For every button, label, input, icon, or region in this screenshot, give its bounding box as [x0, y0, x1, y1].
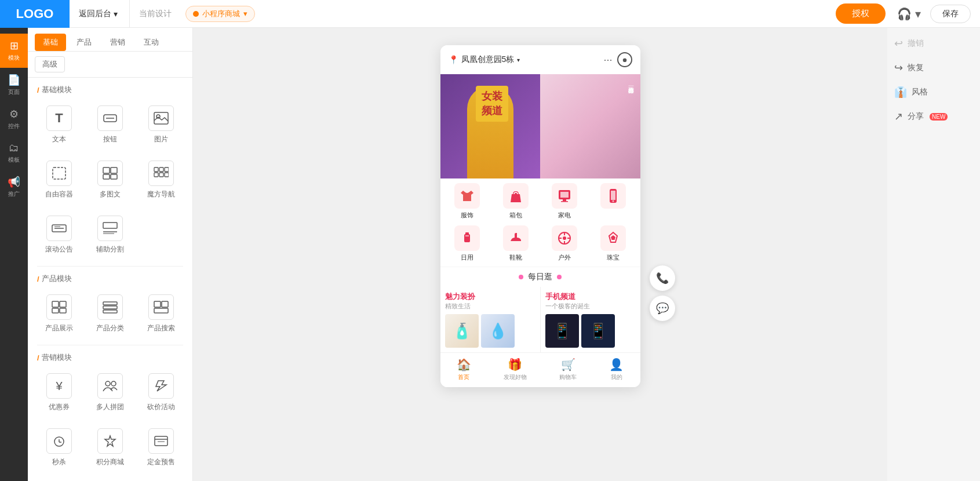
prod-display-icon [46, 294, 72, 320]
nav-item-control[interactable]: ⚙ 控件 [0, 102, 28, 136]
home-label: 首页 [458, 373, 469, 381]
deposit-label: 定金预售 [147, 457, 175, 467]
left-panel: 基础 产品 营销 互动 高级 基础模块 T 文本 按钮 [28, 28, 193, 481]
record-icon[interactable]: ⏺ [617, 52, 632, 67]
share-action[interactable]: ↗ 分享 NEW [894, 110, 973, 123]
module-scroll-notice[interactable]: 滚动公告 [37, 211, 81, 259]
location-text: 凤凰创意园5栋 [461, 54, 515, 65]
prod-col-fashion: 魅力装扮 精致生活 🧴 💧 [440, 287, 541, 352]
module-prod-search[interactable]: 产品搜索 [139, 290, 183, 338]
module-image[interactable]: 图片 [139, 101, 183, 149]
bottom-nav-home[interactable]: 🏠 首页 [457, 358, 471, 381]
tab-product[interactable]: 产品 [68, 34, 100, 51]
cat-bags-icon [503, 183, 529, 209]
tab-advanced[interactable]: 高级 [35, 56, 65, 72]
redo-label: 恢复 [908, 63, 924, 73]
svg-marker-36 [105, 436, 115, 446]
undo-action[interactable]: ↩ 撤销 [894, 37, 973, 50]
nav-item-promote[interactable]: 📢 推广 [0, 170, 28, 204]
cat-outdoor[interactable]: 户外 [540, 225, 589, 262]
button-label: 按钮 [103, 134, 117, 144]
auth-button[interactable]: 授权 [836, 3, 886, 24]
cat-shoes[interactable]: 鞋靴 [491, 225, 540, 262]
tab-marketing[interactable]: 营销 [102, 34, 133, 51]
module-group-buy[interactable]: 多人拼团 [88, 369, 132, 417]
module-prod-category[interactable]: 产品分类 [88, 290, 132, 338]
svg-rect-9 [154, 167, 158, 172]
module-free-container[interactable]: 自由容器 [37, 156, 81, 204]
module-multi-image[interactable]: 多图文 [88, 156, 132, 204]
module-prod-display[interactable]: 产品展示 [37, 290, 81, 338]
module-points-mall[interactable]: 积分商城 [88, 424, 132, 472]
cat-shoes-icon [503, 225, 529, 251]
svg-rect-7 [103, 174, 110, 179]
phone-channel-images: 📱 📱 [545, 314, 636, 348]
module-text[interactable]: T 文本 [37, 101, 81, 149]
save-button[interactable]: 保存 [930, 5, 971, 23]
free-container-label: 自由容器 [45, 190, 73, 199]
module-deposit[interactable]: 定金预售 [139, 424, 183, 472]
cat-clothing[interactable]: 服饰 [443, 183, 491, 220]
bottom-nav-me[interactable]: 👤 我的 [609, 358, 624, 381]
module-divider[interactable]: 辅助分割 [88, 211, 132, 259]
style-icon: 👔 [894, 86, 907, 99]
magic-nav-label: 魔方导航 [147, 190, 175, 199]
svg-rect-6 [111, 167, 117, 173]
divider-icon [97, 216, 123, 241]
scroll-notice-icon [46, 216, 72, 241]
nav-item-module[interactable]: ⊞ 模块 [0, 34, 28, 68]
image-icon [148, 105, 174, 131]
prod-search-label: 产品搜索 [147, 323, 175, 333]
prod-category-label: 产品分类 [96, 323, 124, 333]
headset-icon[interactable]: 🎧 ▾ [897, 7, 921, 21]
tab-row2: 高级 [28, 52, 192, 78]
module-flash-sale[interactable]: 砍价活动 [139, 369, 183, 417]
promote-icon: 📢 [8, 176, 20, 188]
module-button[interactable]: 按钮 [88, 101, 132, 149]
product-module-grid: 产品展示 产品分类 产品搜索 [37, 290, 183, 338]
coupon-label: 优惠券 [49, 402, 70, 412]
group-buy-label: 多人拼团 [96, 402, 124, 412]
text-icon: T [46, 105, 72, 131]
nav-item-template[interactable]: 🗂 模板 [0, 136, 28, 170]
divider-label: 辅助分割 [96, 245, 124, 254]
back-button[interactable]: 返回后台 ▾ [70, 0, 130, 27]
marketing-module-section: 营销模块 ¥ 优惠券 多人拼团 砍价活动 [28, 345, 192, 479]
cat-daily[interactable]: 日用 [443, 225, 491, 262]
bottom-nav-discover[interactable]: 🎁 发现好物 [504, 358, 527, 381]
tab-basic[interactable]: 基础 [35, 34, 66, 51]
image-label: 图片 [154, 134, 168, 144]
redo-action[interactable]: ↪ 恢复 [894, 61, 973, 74]
center-canvas: 📍 凤凰创意园5栋 ▾ ··· ⏺ 女装频道 [193, 28, 887, 481]
cat-jewelry[interactable]: 珠宝 [589, 225, 637, 262]
cat-bags[interactable]: 箱包 [491, 183, 540, 220]
float-phone-button[interactable]: 📞 [650, 265, 675, 291]
module-flash-time[interactable]: 秒杀 [37, 424, 81, 472]
undo-icon: ↩ [894, 37, 903, 50]
svg-point-51 [563, 236, 566, 240]
svg-rect-37 [155, 436, 167, 446]
style-action[interactable]: 👔 风格 [894, 86, 973, 99]
basic-module-section: 基础模块 T 文本 按钮 图片 [28, 78, 192, 266]
svg-rect-4 [53, 167, 65, 179]
svg-rect-10 [159, 167, 163, 172]
module-coupon[interactable]: ¥ 优惠券 [37, 369, 81, 417]
banner-right: 穿出不一样的自己 [540, 74, 640, 178]
nav-item-page[interactable]: 📄 页面 [0, 68, 28, 102]
me-label: 我的 [611, 373, 622, 381]
cat-phone[interactable] [589, 183, 637, 220]
more-icon[interactable]: ··· [603, 54, 612, 66]
module-magic-nav[interactable]: 魔方导航 [139, 156, 183, 204]
me-icon: 👤 [609, 358, 624, 371]
cat-appliance[interactable]: 家电 [540, 183, 589, 220]
bottom-nav-cart[interactable]: 🛒 购物车 [559, 358, 577, 381]
cat-appliance-icon [552, 183, 577, 209]
svg-rect-25 [103, 302, 117, 305]
tab-interact[interactable]: 互动 [136, 34, 167, 51]
float-wechat-button[interactable]: 💬 [650, 296, 675, 321]
svg-rect-13 [159, 173, 163, 177]
scroll-notice-label: 滚动公告 [45, 245, 73, 254]
nav-label-module: 模块 [8, 54, 20, 62]
phone-header: 📍 凤凰创意园5栋 ▾ ··· ⏺ [440, 45, 640, 74]
miniprog-selector[interactable]: 小程序商城 ▾ [185, 6, 255, 22]
